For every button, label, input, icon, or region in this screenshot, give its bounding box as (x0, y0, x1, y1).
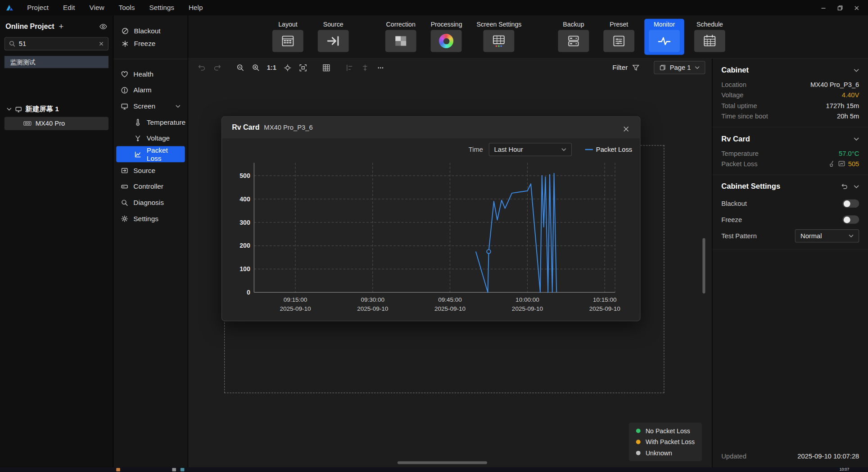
nav-item-health[interactable]: Health (116, 66, 185, 82)
controller-icon (121, 182, 128, 190)
info-value: 57.0°C (839, 149, 859, 157)
more-icon[interactable] (374, 61, 387, 73)
restore-button[interactable] (832, 0, 848, 15)
info-row-packet-loss: Packet Loss505 (721, 159, 859, 169)
menu-view[interactable]: View (82, 1, 112, 14)
minimize-button[interactable] (815, 0, 832, 15)
zoom-ratio-button[interactable]: 1:1 (265, 61, 279, 73)
info-value: 1727h 15m (826, 102, 859, 109)
svg-text:400: 400 (240, 195, 250, 203)
close-window-button[interactable] (848, 0, 865, 15)
svg-text:2025-09-10: 2025-09-10 (512, 305, 543, 312)
nav-item-screen[interactable]: Screen (116, 98, 185, 114)
tree-item-device[interactable]: MX40 Pro (5, 117, 108, 130)
health-icon (121, 70, 128, 78)
monitor-nav: HealthAlarmScreenTemperatureVoltagePacke… (113, 59, 188, 467)
ribbon-correction-button[interactable]: Correction (381, 19, 421, 55)
legend-item-unknown: Unknown (636, 449, 695, 456)
ribbon-backup-button[interactable]: Backup (554, 19, 594, 55)
ribbon-source-button[interactable]: Source (313, 19, 353, 55)
nav-item-temperature[interactable]: Temperature (116, 114, 185, 130)
nav-item-alarm[interactable]: Alarm (116, 82, 185, 98)
blackout-toggle[interactable] (842, 200, 859, 208)
freeze-status[interactable]: Freeze (121, 40, 180, 47)
ribbon-group: CorrectionProcessingScreen Settings (381, 19, 526, 55)
os-taskbar[interactable]: 10:07 (0, 467, 868, 472)
svg-text:2025-09-10: 2025-09-10 (589, 305, 620, 312)
page-selector[interactable]: Page 1 (654, 61, 705, 74)
clear-icon[interactable] (828, 160, 835, 167)
taskbar-app-icon[interactable] (172, 468, 176, 471)
nav-item-source[interactable]: Source (116, 162, 185, 178)
redo-icon[interactable] (210, 61, 224, 73)
add-project-button[interactable]: + (59, 22, 64, 30)
ribbon-label: Layout (278, 21, 297, 28)
align-center-icon[interactable] (358, 61, 372, 73)
menu-help[interactable]: Help (181, 1, 210, 14)
ribbon-preset-button[interactable]: Preset (599, 19, 639, 55)
vertical-scrollbar[interactable] (702, 238, 705, 294)
close-dialog-button[interactable] (620, 123, 632, 135)
updated-label: Updated (721, 453, 797, 460)
eye-icon[interactable] (99, 23, 107, 30)
ribbon-monitor-button[interactable]: Monitor (644, 19, 684, 55)
horizontal-scrollbar[interactable] (398, 461, 487, 464)
blackout-status[interactable]: Blackout (121, 27, 180, 35)
packet-loss-icon (134, 150, 142, 158)
test-pattern-select[interactable]: Normal (795, 229, 859, 242)
source-icon (121, 166, 128, 174)
info-value: 20h 5m (837, 112, 859, 120)
nav-item-controller[interactable]: Controller (116, 178, 185, 195)
ribbon-label: Monitor (654, 21, 675, 28)
cabinet-settings-header[interactable]: Cabinet Settings (721, 182, 859, 191)
nav-item-packet-loss[interactable]: Packet Loss (116, 146, 185, 163)
search-input[interactable] (19, 40, 95, 48)
menu-project[interactable]: Project (20, 1, 56, 14)
ribbon-screen-settings-button[interactable]: Screen Settings (472, 19, 526, 55)
search-result-item[interactable]: 监测测试 (5, 56, 108, 68)
filter-button[interactable]: Filter (612, 64, 628, 71)
zoom-out-icon[interactable] (234, 61, 247, 73)
svg-text:09:15:00: 09:15:00 (284, 296, 307, 303)
zoom-in-icon[interactable] (249, 61, 262, 73)
ribbon-schedule-button[interactable]: Schedule (690, 19, 730, 55)
menu-edit[interactable]: Edit (56, 1, 82, 14)
history-icon[interactable] (838, 160, 845, 167)
nav-label: Temperature (147, 118, 185, 126)
info-row-time-since-boot: Time since boot20h 5m (721, 111, 859, 121)
cabinet-section-header[interactable]: Cabinet (721, 66, 859, 74)
menu-settings[interactable]: Settings (142, 1, 181, 14)
fit-selection-icon[interactable] (281, 61, 294, 73)
freeze-toggle[interactable] (842, 215, 859, 223)
dialog-title: Rv Card (232, 123, 259, 131)
blackout-icon (121, 27, 129, 35)
section-title: Cabinet (721, 66, 848, 74)
reset-icon[interactable] (841, 183, 848, 190)
taskbar-app-icon[interactable] (116, 468, 120, 471)
tree-item-screen-group[interactable]: 新建屏幕 1 (5, 102, 108, 116)
test-pattern-label: Test Pattern (721, 232, 795, 240)
fit-screen-icon[interactable] (296, 61, 310, 73)
nav-item-settings[interactable]: Settings (116, 210, 185, 227)
packet-loss-chart: 010020030040050009:15:002025-09-1009:30:… (231, 159, 631, 318)
source-icon (318, 30, 349, 52)
align-left-icon[interactable] (343, 61, 357, 73)
nav-item-voltage[interactable]: Voltage (116, 130, 185, 146)
svg-text:200: 200 (240, 242, 250, 249)
menu-tools[interactable]: Tools (112, 1, 142, 14)
clear-search-icon[interactable] (99, 41, 104, 46)
rv-card-section-header[interactable]: Rv Card (721, 135, 859, 143)
nav-label: Health (133, 70, 153, 78)
taskbar-app-icon[interactable] (181, 468, 185, 471)
time-range-select[interactable]: Last Hour (488, 143, 571, 156)
ribbon-processing-button[interactable]: Processing (426, 19, 467, 55)
nav-item-diagnosis[interactable]: Diagnosis (116, 195, 185, 211)
color-wheel-icon (439, 34, 454, 48)
chevron-down-icon (695, 66, 700, 69)
undo-icon[interactable] (195, 61, 208, 73)
status-dot (636, 429, 641, 433)
grid-icon[interactable] (320, 61, 333, 73)
svg-text:2025-09-10: 2025-09-10 (357, 305, 388, 312)
ribbon-layout-button[interactable]: Layout (268, 19, 308, 55)
funnel-icon[interactable] (632, 64, 639, 71)
